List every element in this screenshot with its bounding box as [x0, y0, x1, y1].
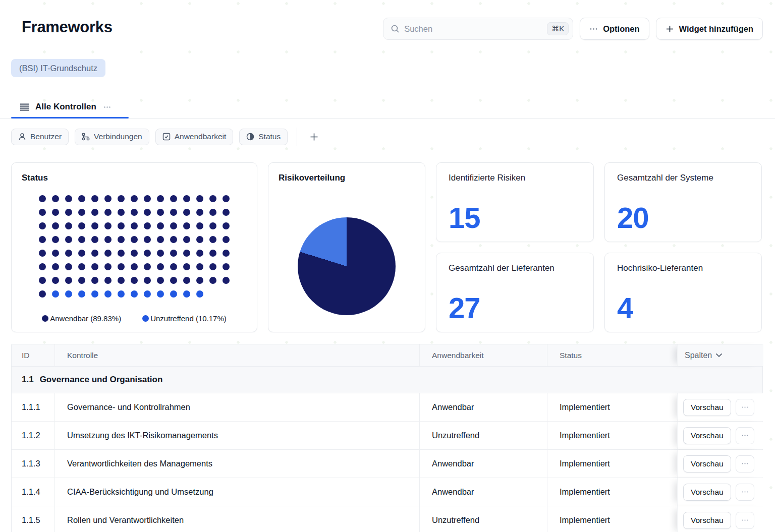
list-icon: [20, 103, 29, 111]
preview-button[interactable]: Vorschau: [683, 427, 731, 444]
status-dot: [223, 263, 230, 270]
preview-button[interactable]: Vorschau: [683, 484, 731, 501]
search-box[interactable]: ⌘K: [383, 18, 573, 40]
status-dot: [78, 277, 85, 284]
status-dot: [170, 290, 177, 298]
plus-icon: [666, 25, 674, 33]
status-dot: [91, 277, 98, 284]
legend-item-anwendbar: Anwendbar (89.83%): [42, 314, 121, 323]
status-dot: [131, 290, 138, 298]
row-action-cell: Vorschau: [677, 506, 763, 532]
checkbox-icon: [162, 133, 171, 141]
page-title: Frameworks: [22, 18, 113, 36]
status-dot: [183, 195, 190, 202]
stat-title: Gesamtzahl der Systeme: [617, 173, 749, 183]
row-kontrolle-cell: Rollen und Verantwortlichkeiten: [55, 506, 420, 532]
row-more-button[interactable]: [736, 484, 754, 501]
status-dot: [91, 263, 98, 270]
col-header-id: ID: [12, 344, 55, 366]
row-status-cell: Implementiert: [547, 478, 677, 506]
add-widget-button[interactable]: Widget hinzufügen: [656, 18, 763, 40]
status-dot: [52, 277, 59, 284]
filter-status[interactable]: Status: [239, 129, 288, 145]
row-anwendbarkeit-cell: Unzutreffend: [420, 506, 547, 532]
status-dot: [157, 250, 164, 257]
status-dot: [104, 209, 112, 216]
status-dot: [131, 222, 138, 229]
stat-title: Gesamtzahl der Lieferanten: [449, 263, 581, 273]
status-dot: [118, 209, 125, 216]
row-id-cell: 1.1.1: [12, 393, 55, 421]
status-dot: [118, 250, 125, 257]
table-row[interactable]: 1.1.1 Governance- und Kontrollrahmen Anw…: [12, 393, 762, 422]
status-dot: [52, 250, 59, 257]
status-dot: [52, 263, 59, 270]
row-more-button[interactable]: [736, 399, 754, 416]
risk-distribution-widget: Risikoverteilung: [268, 162, 425, 332]
status-dot: [144, 209, 151, 216]
status-dot: [65, 195, 72, 202]
table-row[interactable]: 1.1.2 Umsetzung des IKT-Risikomanagement…: [12, 422, 762, 450]
row-anwendbarkeit-cell: Anwendbar: [420, 393, 547, 421]
status-dot: [131, 236, 138, 243]
status-dot: [223, 250, 230, 257]
status-dot: [91, 250, 98, 257]
row-more-button[interactable]: [736, 427, 754, 444]
status-dot: [91, 236, 98, 243]
options-button[interactable]: Optionen: [580, 18, 649, 40]
status-dot: [157, 277, 164, 284]
legend-item-unzutreffend: Unzutreffend (10.17%): [142, 314, 227, 323]
stat-card-identifizierte-risiken: Identifizierte Risiken 15: [436, 162, 594, 242]
status-dot: [131, 195, 138, 202]
preview-button[interactable]: Vorschau: [683, 512, 731, 529]
filter-label: Verbindungen: [94, 132, 142, 141]
status-dot: [91, 222, 98, 229]
stat-value: 15: [449, 203, 581, 232]
legend-dot-unzutreffend: [142, 315, 149, 322]
status-dot: [183, 222, 190, 229]
contrast-icon: [246, 133, 254, 141]
status-dot: [170, 195, 177, 202]
status-dot: [196, 209, 203, 216]
filter-verbindungen[interactable]: Verbindungen: [75, 129, 149, 145]
status-dot: [118, 222, 125, 229]
row-anwendbarkeit-cell: Anwendbar: [420, 450, 547, 478]
status-dot: [170, 209, 177, 216]
widgets-grid: Status Anwendbar (89.83%) Unzutreffend (…: [11, 162, 763, 332]
status-dot: [209, 195, 216, 202]
add-filter-button[interactable]: [306, 129, 321, 144]
status-dot: [39, 250, 46, 257]
row-more-button[interactable]: [736, 512, 754, 529]
status-dot-grid: [39, 195, 230, 298]
tab-menu-button[interactable]: [102, 102, 112, 112]
status-dot: [78, 290, 85, 298]
columns-menu-button[interactable]: Spalten: [677, 344, 763, 366]
status-dot: [196, 236, 203, 243]
status-dot: [170, 277, 177, 284]
table-row[interactable]: 1.1.3 Verantwortlichkeiten des Managemen…: [12, 450, 762, 478]
filter-anwendbarkeit[interactable]: Anwendbarkeit: [155, 129, 234, 145]
filter-benutzer[interactable]: Benutzer: [11, 129, 69, 145]
col-header-kontrolle: Kontrolle: [55, 344, 420, 366]
search-input[interactable]: [404, 24, 542, 34]
legend-label: Anwendbar (89.83%): [50, 314, 121, 323]
preview-button[interactable]: Vorschau: [683, 455, 731, 472]
status-dot: [131, 263, 138, 270]
status-dot: [223, 209, 230, 216]
row-kontrolle-cell: Umsetzung des IKT-Risikomanagements: [55, 422, 420, 449]
table-section-row: 1.1 Governance und Organisation: [12, 367, 762, 393]
status-dot: [131, 277, 138, 284]
row-more-button[interactable]: [736, 455, 754, 472]
status-dot: [65, 209, 72, 216]
tab-alle-kontrollen[interactable]: Alle Kontrollen: [11, 97, 119, 117]
status-dot: [104, 195, 112, 202]
table-row[interactable]: 1.1.4 CIAA-Berücksichtigung und Umsetzun…: [12, 478, 762, 506]
stat-card-hochrisiko-lieferanten: Hochrisiko-Lieferanten 4: [604, 253, 762, 332]
table-row[interactable]: 1.1.5 Rollen und Verantwortlichkeiten Un…: [12, 506, 762, 532]
status-dot: [52, 222, 59, 229]
status-dot: [144, 195, 151, 202]
preview-button[interactable]: Vorschau: [683, 399, 731, 416]
status-dot: [223, 236, 230, 243]
status-dot: [104, 250, 112, 257]
status-dot: [223, 222, 230, 229]
